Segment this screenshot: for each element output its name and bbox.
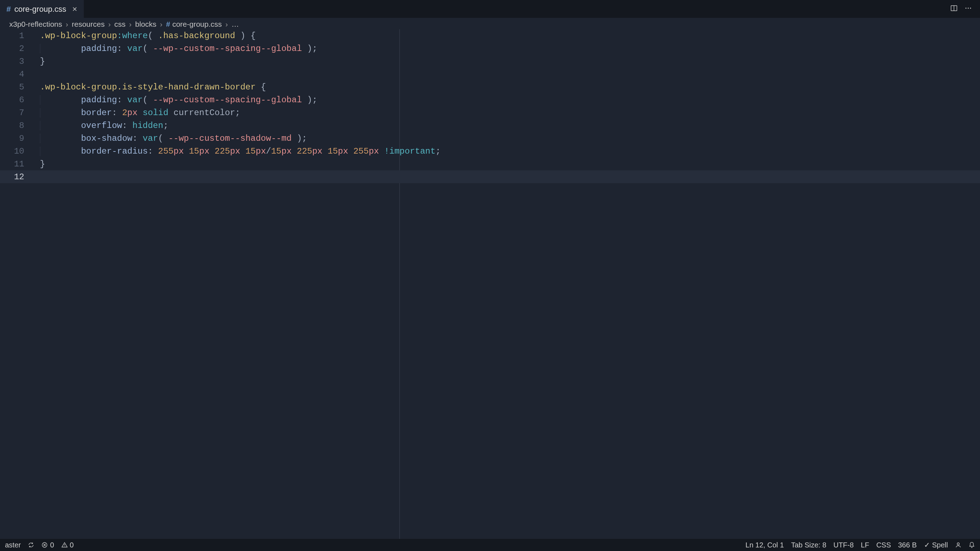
cursor-position[interactable]: Ln 12, Col 1: [745, 541, 784, 549]
spell-check[interactable]: ✓ Spell: [924, 541, 948, 549]
code-content[interactable]: }: [33, 159, 980, 169]
chevron-right-icon: ›: [65, 20, 68, 29]
code-content[interactable]: box-shadow: var( --wp--custom--shadow--m…: [33, 133, 980, 143]
token: [168, 108, 173, 118]
token: [209, 146, 214, 156]
branch-name: aster: [5, 541, 21, 549]
code-content[interactable]: }: [33, 57, 980, 66]
code-content[interactable]: border-radius: 255px 15px 225px 15px/15p…: [33, 146, 980, 156]
token: var: [127, 95, 143, 105]
token: [40, 95, 81, 105]
code-content[interactable]: overflow: hidden;: [33, 121, 980, 130]
token: px: [282, 146, 292, 156]
code-content[interactable]: padding: var( --wp--custom--spacing--glo…: [33, 95, 980, 105]
breadcrumb-trail[interactable]: …: [231, 20, 239, 29]
language-text: CSS: [876, 541, 891, 549]
line-number[interactable]: 8: [0, 121, 33, 130]
token: 15: [271, 146, 282, 156]
sync-button[interactable]: [28, 542, 34, 548]
line-number[interactable]: 5: [0, 83, 33, 92]
code-content[interactable]: .wp-block-group:where( .has-background )…: [33, 31, 980, 41]
breadcrumb: x3p0-reflections › resources › css › blo…: [0, 18, 980, 29]
token: :: [148, 146, 153, 156]
code-content[interactable]: border: 2px solid currentColor;: [33, 108, 980, 118]
svg-point-9: [64, 546, 65, 546]
code-line[interactable]: 9 box-shadow: var( --wp--custom--shadow-…: [0, 132, 980, 145]
code-line[interactable]: 5.wp-block-group.is-style-hand-drawn-bor…: [0, 81, 980, 94]
line-number[interactable]: 2: [0, 44, 33, 54]
code-line[interactable]: 8 overflow: hidden;: [0, 119, 980, 132]
line-number[interactable]: 7: [0, 108, 33, 118]
token: [127, 121, 132, 130]
code-line[interactable]: 7 border: 2px solid currentColor;: [0, 106, 980, 119]
token: 15: [189, 146, 199, 156]
breadcrumb-item[interactable]: css: [114, 20, 126, 29]
code-line[interactable]: 6 padding: var( --wp--custom--spacing--g…: [0, 94, 980, 106]
token: [235, 31, 240, 41]
token: ;: [163, 121, 168, 130]
token: px: [312, 146, 322, 156]
breadcrumb-item[interactable]: x3p0-reflections: [9, 20, 62, 29]
token: [292, 146, 297, 156]
token: [322, 146, 328, 156]
code-line[interactable]: 4: [0, 68, 980, 81]
indent-guide: [40, 108, 40, 118]
breadcrumb-item[interactable]: resources: [72, 20, 105, 29]
code-editor[interactable]: 1.wp-block-group:where( .has-background …: [0, 29, 980, 539]
chevron-right-icon: ›: [225, 20, 228, 29]
eol[interactable]: LF: [861, 541, 869, 549]
tab-active[interactable]: # core-group.css ✕: [0, 0, 84, 18]
token: [117, 108, 122, 118]
more-actions-icon[interactable]: [964, 4, 972, 14]
code-line[interactable]: 3}: [0, 55, 980, 68]
token: ): [307, 44, 312, 54]
line-number[interactable]: 9: [0, 133, 33, 143]
code-line[interactable]: 12: [0, 170, 980, 183]
code-line[interactable]: 2 padding: var( --wp--custom--spacing--g…: [0, 42, 980, 55]
line-number[interactable]: 12: [0, 172, 33, 182]
breadcrumb-filename: core-group.css: [172, 20, 222, 28]
code-line[interactable]: 1.wp-block-group:where( .has-background …: [0, 29, 980, 42]
line-number[interactable]: 1: [0, 31, 33, 41]
token: px: [369, 146, 379, 156]
token: [40, 146, 81, 156]
token: [302, 44, 307, 54]
code-line[interactable]: 11}: [0, 157, 980, 170]
close-icon[interactable]: ✕: [72, 5, 77, 13]
notifications[interactable]: [969, 542, 975, 548]
token: [153, 146, 158, 156]
breadcrumb-file[interactable]: #core-group.css: [166, 20, 222, 29]
token: :where: [117, 31, 148, 41]
token: }: [40, 57, 45, 66]
token: [40, 44, 81, 54]
file-size[interactable]: 366 B: [898, 541, 916, 549]
token: [292, 133, 297, 143]
encoding[interactable]: UTF-8: [834, 541, 854, 549]
code-line[interactable]: 10 border-radius: 255px 15px 225px 15px/…: [0, 145, 980, 157]
svg-point-2: [966, 8, 966, 9]
breadcrumb-item[interactable]: blocks: [135, 20, 157, 29]
line-number[interactable]: 10: [0, 146, 33, 156]
token: [240, 146, 245, 156]
line-number[interactable]: 3: [0, 57, 33, 66]
problems-errors[interactable]: 0: [41, 541, 54, 549]
tabs-container: # core-group.css ✕: [0, 0, 84, 18]
token: (: [143, 44, 148, 54]
accounts[interactable]: [955, 542, 961, 548]
git-branch[interactable]: aster: [5, 541, 21, 549]
bell-icon: [969, 542, 975, 548]
cursor-text: Ln 12, Col 1: [745, 541, 784, 549]
indentation[interactable]: Tab Size: 8: [791, 541, 826, 549]
code-content[interactable]: .wp-block-group.is-style-hand-drawn-bord…: [33, 83, 980, 92]
line-number[interactable]: 4: [0, 70, 33, 79]
token: px: [199, 146, 210, 156]
language-mode[interactable]: CSS: [876, 541, 891, 549]
line-number[interactable]: 6: [0, 95, 33, 105]
code-content[interactable]: padding: var( --wp--custom--spacing--glo…: [33, 44, 980, 54]
problems-warnings[interactable]: 0: [61, 541, 74, 549]
indent-guide: [40, 44, 40, 54]
token: [122, 95, 127, 105]
token: {: [251, 31, 256, 41]
split-editor-icon[interactable]: [950, 4, 958, 14]
line-number[interactable]: 11: [0, 159, 33, 169]
